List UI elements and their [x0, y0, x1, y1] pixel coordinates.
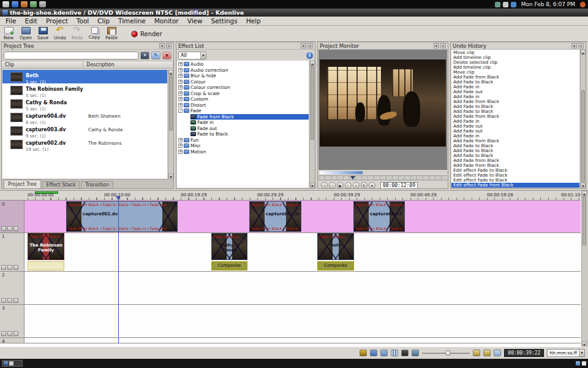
track-audio-icon[interactable] — [7, 265, 12, 270]
zoom-out-icon[interactable] — [473, 350, 480, 356]
toolbar-button[interactable]: Undo — [51, 26, 69, 40]
timeline-clip[interactable]: Fade to Black Beth — [317, 233, 354, 260]
track-audio-icon[interactable] — [7, 226, 12, 231]
float-panel-button[interactable]: ▾ — [301, 43, 306, 48]
effect-row[interactable]: + Colour correction — [177, 85, 309, 91]
toolbar-button[interactable]: Copy — [86, 26, 103, 40]
monitor-transport-button[interactable]: « — [321, 182, 328, 189]
track-4-body[interactable] — [24, 338, 581, 343]
effect-row[interactable]: + Colour — [177, 79, 309, 85]
edit-clip-button[interactable]: ✎ — [151, 52, 160, 59]
menu-item[interactable]: Monitor — [150, 17, 183, 25]
zoom-in-icon[interactable] — [494, 350, 501, 356]
undo-item[interactable]: Edit effect Fade from Black — [451, 183, 579, 188]
pager-icon[interactable] — [576, 361, 580, 366]
monitor-transport-button[interactable]: » — [353, 182, 360, 189]
clock[interactable]: Mon Feb 8, 6:07 PM — [521, 1, 575, 7]
monitor-transport-button[interactable]: ▶ — [337, 182, 344, 189]
effect-type-dropdown[interactable]: All ▼ — [178, 52, 206, 59]
float-panel-button[interactable]: ▾ — [571, 43, 577, 48]
menu-item[interactable]: File — [1, 17, 21, 25]
network-tray-icon[interactable] — [495, 2, 500, 7]
applications-menu-icon[interactable] — [2, 1, 9, 7]
track-1-header[interactable]: 1 — [0, 233, 24, 271]
effect-row[interactable]: + Blur & hide — [177, 73, 309, 79]
monitor-seek-bar[interactable] — [318, 175, 447, 180]
menu-item[interactable]: Project — [42, 17, 72, 25]
expander-icon[interactable] — [185, 120, 189, 125]
help-icon[interactable] — [30, 1, 37, 7]
effect-row[interactable]: Fade in — [177, 120, 309, 126]
effect-row[interactable]: + Misc — [177, 143, 309, 149]
menu-item[interactable]: Settings — [207, 17, 242, 25]
zoom-original-icon[interactable] — [483, 350, 491, 356]
scrollbar-thumb[interactable] — [311, 66, 314, 140]
transition[interactable] — [28, 261, 64, 270]
track-video-icon[interactable] — [1, 265, 6, 270]
scroll-up-arrow[interactable]: ▲ — [168, 70, 173, 75]
panel-tab[interactable]: Project Tree — [4, 180, 41, 188]
toolbar-button[interactable]: New — [0, 26, 17, 40]
monitor-zoom-bar[interactable] — [320, 171, 363, 174]
toolbar-button[interactable]: Save — [34, 26, 51, 40]
scrollbar-thumb[interactable] — [582, 196, 586, 245]
monitor-transport-button[interactable]: ‹ — [329, 182, 336, 189]
volume-tray-icon[interactable] — [503, 2, 508, 7]
scroll-up-arrow[interactable]: ▲ — [310, 61, 315, 66]
expander-icon[interactable]: + — [178, 91, 183, 96]
expander-icon[interactable]: + — [178, 103, 183, 107]
playhead-handle[interactable] — [116, 196, 121, 200]
menu-item[interactable]: Clip — [93, 17, 114, 25]
browser-icon[interactable] — [12, 1, 18, 7]
expander-icon[interactable]: + — [178, 74, 183, 78]
track-lock-icon[interactable] — [13, 331, 18, 336]
effect-row[interactable]: - Fade — [177, 108, 309, 114]
track-lock-icon[interactable] — [13, 298, 18, 303]
timeline-clip[interactable]: Fade from Black / Fade to Black capture0… — [353, 201, 405, 232]
expander-icon[interactable]: + — [178, 150, 183, 154]
effect-row[interactable]: + Motion — [177, 149, 309, 155]
effect-row[interactable]: Fade from Black — [177, 114, 309, 120]
track-3-body[interactable] — [24, 305, 581, 337]
expander-icon[interactable] — [185, 132, 189, 136]
track-0-header[interactable]: 0 — [0, 201, 24, 232]
menu-item[interactable]: Help — [242, 17, 265, 25]
menu-item[interactable]: Tool — [72, 17, 93, 25]
zoom-slider[interactable] — [422, 350, 470, 356]
monitor-transport-button[interactable]: ↻ — [361, 182, 368, 189]
float-panel-button[interactable]: ▾ — [434, 43, 439, 48]
add-clip-button[interactable]: ▾ — [140, 52, 149, 59]
track-2-header[interactable]: 2 — [0, 272, 24, 304]
update-tray-icon[interactable] — [511, 2, 516, 7]
zoom-slider-thumb[interactable] — [445, 350, 451, 356]
track-video-icon[interactable] — [1, 298, 6, 303]
close-panel-button[interactable]: × — [440, 43, 446, 48]
float-panel-button[interactable]: ▾ — [159, 43, 165, 48]
menu-item[interactable]: Timeline — [114, 17, 150, 25]
track-3-header[interactable]: 3 — [0, 305, 24, 337]
snap-icon[interactable] — [401, 350, 409, 356]
monitor-transport-button[interactable]: ▾ — [369, 182, 375, 189]
show-video-thumbnails-icon[interactable] — [370, 350, 377, 356]
window-title-bar[interactable]: the-big-shoe.kdenlive / DV/DVD Widescree… — [0, 9, 588, 17]
expander-icon[interactable] — [185, 115, 189, 119]
project-tree-scrollbar[interactable]: ▲ ▼ — [168, 70, 173, 178]
close-panel-button[interactable]: × — [307, 43, 313, 48]
scroll-up-arrow[interactable]: ▲ — [581, 50, 586, 55]
panel-tab[interactable]: Effect Stack — [42, 181, 80, 188]
track-0-body[interactable]: Fade from Black / Fade to Black / Fade i… — [24, 201, 581, 232]
expander-icon[interactable]: + — [178, 80, 183, 84]
track-lock-icon[interactable] — [13, 226, 18, 231]
transition[interactable]: Composite — [317, 261, 354, 270]
track-lock-icon[interactable] — [13, 265, 18, 270]
scroll-down-arrow[interactable]: ▼ — [168, 174, 173, 178]
effect-row[interactable]: + Audio correction — [177, 67, 309, 74]
clip-row[interactable]: capture002.dv 19 sec. (1) The Robinsons — [2, 137, 167, 151]
expander-icon[interactable]: - — [178, 109, 183, 113]
effect-list-scrollbar[interactable]: ▲ ▼ — [309, 61, 315, 188]
toolbar-button[interactable]: Redo — [69, 26, 86, 40]
effect-row[interactable]: + Distort — [177, 102, 309, 109]
timeline-vertical-scr­ollbar[interactable]: ▲ ▼ — [581, 191, 588, 347]
timeline-ruler[interactable]: 00:00:00:0000:00:10:0000:00:19:2900:00:2… — [0, 191, 581, 201]
menu-item[interactable]: Edit — [21, 17, 42, 25]
